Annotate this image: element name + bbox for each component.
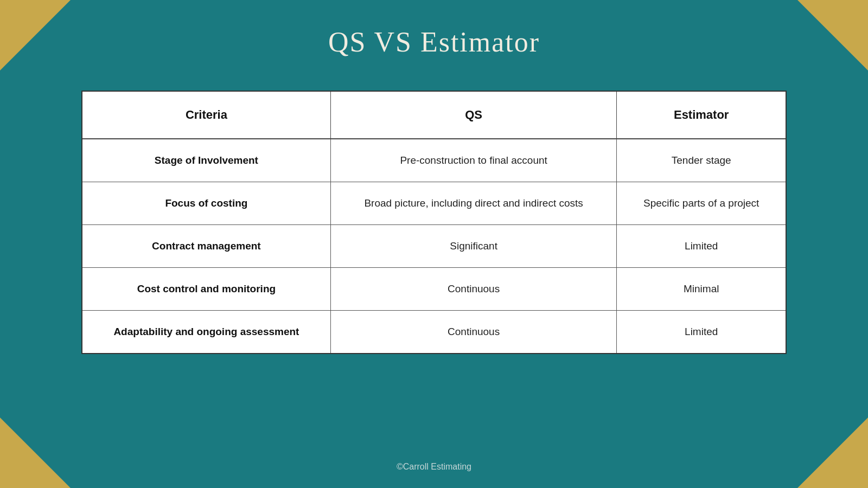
cell-estimator-1: Specific parts of a project [617, 182, 786, 225]
cell-estimator-0: Tender stage [617, 139, 786, 182]
cell-criteria-4: Adaptability and ongoing assessment [82, 311, 330, 354]
corner-bottom-right-decoration [797, 418, 868, 488]
cell-qs-0: Pre-construction to final account [330, 139, 617, 182]
page-title: QS VS Estimator [0, 26, 868, 58]
cell-qs-4: Continuous [330, 311, 617, 354]
page-wrapper: QS VS Estimator Criteria QS Estimator St… [0, 0, 868, 488]
cell-estimator-3: Minimal [617, 268, 786, 311]
cell-qs-3: Continuous [330, 268, 617, 311]
table-row: Focus of costingBroad picture, including… [82, 182, 786, 225]
cell-criteria-3: Cost control and monitoring [82, 268, 330, 311]
corner-bottom-left-decoration [0, 418, 71, 488]
cell-estimator-2: Limited [617, 225, 786, 268]
cell-qs-2: Significant [330, 225, 617, 268]
cell-estimator-4: Limited [617, 311, 786, 354]
header-criteria: Criteria [82, 92, 330, 139]
comparison-table: Criteria QS Estimator Stage of Involveme… [82, 92, 786, 353]
table-row: Cost control and monitoringContinuousMin… [82, 268, 786, 311]
page-footer: ©Carroll Estimating [0, 462, 868, 472]
corner-top-right-decoration [797, 0, 868, 70]
table-row: Stage of InvolvementPre-construction to … [82, 139, 786, 182]
cell-criteria-0: Stage of Involvement [82, 139, 330, 182]
cell-criteria-2: Contract management [82, 225, 330, 268]
corner-top-left-decoration [0, 0, 71, 70]
page-header: QS VS Estimator [0, 0, 868, 74]
header-estimator: Estimator [617, 92, 786, 139]
table-header-row: Criteria QS Estimator [82, 92, 786, 139]
table-row: Contract managementSignificantLimited [82, 225, 786, 268]
table-row: Adaptability and ongoing assessmentConti… [82, 311, 786, 354]
cell-qs-1: Broad picture, including direct and indi… [330, 182, 617, 225]
footer-text: ©Carroll Estimating [397, 462, 471, 471]
cell-criteria-1: Focus of costing [82, 182, 330, 225]
header-qs: QS [330, 92, 617, 139]
comparison-table-container: Criteria QS Estimator Stage of Involveme… [81, 91, 787, 354]
